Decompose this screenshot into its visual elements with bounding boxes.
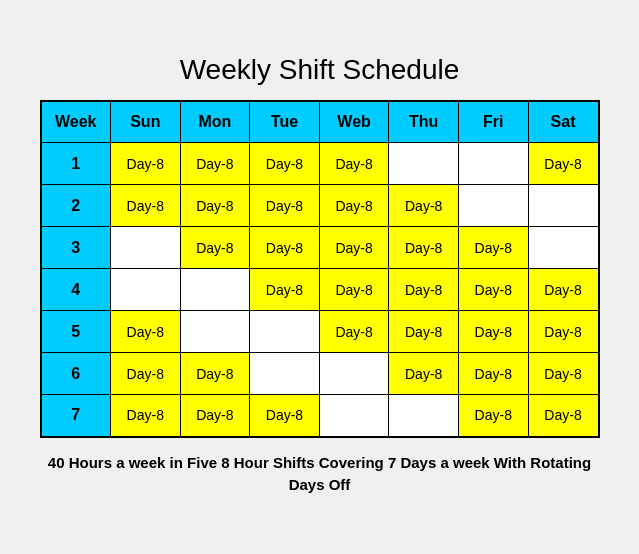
week-label-5: 5 xyxy=(41,311,111,353)
cell-row7-col6: Day-8 xyxy=(528,395,598,437)
cell-row5-col2 xyxy=(250,311,320,353)
week-label-7: 7 xyxy=(41,395,111,437)
cell-row5-col0: Day-8 xyxy=(111,311,181,353)
col-header-fri: Fri xyxy=(458,101,528,143)
cell-row4-col4: Day-8 xyxy=(389,269,459,311)
cell-row2-col1: Day-8 xyxy=(180,185,250,227)
cell-row2-col5 xyxy=(458,185,528,227)
cell-row5-col5: Day-8 xyxy=(458,311,528,353)
cell-row6-col0: Day-8 xyxy=(111,353,181,395)
cell-row4-col6: Day-8 xyxy=(528,269,598,311)
cell-row7-col5: Day-8 xyxy=(458,395,528,437)
cell-row4-col2: Day-8 xyxy=(250,269,320,311)
cell-row2-col0: Day-8 xyxy=(111,185,181,227)
week-label-2: 2 xyxy=(41,185,111,227)
week-label-6: 6 xyxy=(41,353,111,395)
cell-row7-col4 xyxy=(389,395,459,437)
cell-row3-col5: Day-8 xyxy=(458,227,528,269)
cell-row4-col0 xyxy=(111,269,181,311)
cell-row5-col6: Day-8 xyxy=(528,311,598,353)
cell-row6-col4: Day-8 xyxy=(389,353,459,395)
cell-row3-col6 xyxy=(528,227,598,269)
cell-row5-col1 xyxy=(180,311,250,353)
cell-row1-col6: Day-8 xyxy=(528,143,598,185)
cell-row3-col3: Day-8 xyxy=(319,227,389,269)
col-header-web: Web xyxy=(319,101,389,143)
page-title: Weekly Shift Schedule xyxy=(40,54,600,86)
col-header-sun: Sun xyxy=(111,101,181,143)
col-header-sat: Sat xyxy=(528,101,598,143)
cell-row1-col2: Day-8 xyxy=(250,143,320,185)
cell-row4-col1 xyxy=(180,269,250,311)
col-header-thu: Thu xyxy=(389,101,459,143)
cell-row2-col2: Day-8 xyxy=(250,185,320,227)
cell-row6-col5: Day-8 xyxy=(458,353,528,395)
cell-row7-col3 xyxy=(319,395,389,437)
col-header-tue: Tue xyxy=(250,101,320,143)
cell-row2-col4: Day-8 xyxy=(389,185,459,227)
footer-text: 40 Hours a week in Five 8 Hour Shifts Co… xyxy=(40,452,600,497)
cell-row1-col0: Day-8 xyxy=(111,143,181,185)
cell-row4-col3: Day-8 xyxy=(319,269,389,311)
cell-row6-col3 xyxy=(319,353,389,395)
cell-row7-col1: Day-8 xyxy=(180,395,250,437)
cell-row3-col2: Day-8 xyxy=(250,227,320,269)
cell-row7-col2: Day-8 xyxy=(250,395,320,437)
cell-row6-col6: Day-8 xyxy=(528,353,598,395)
cell-row3-col1: Day-8 xyxy=(180,227,250,269)
cell-row1-col4 xyxy=(389,143,459,185)
cell-row4-col5: Day-8 xyxy=(458,269,528,311)
cell-row3-col0 xyxy=(111,227,181,269)
week-label-4: 4 xyxy=(41,269,111,311)
cell-row1-col3: Day-8 xyxy=(319,143,389,185)
cell-row1-col5 xyxy=(458,143,528,185)
cell-row7-col0: Day-8 xyxy=(111,395,181,437)
cell-row6-col2 xyxy=(250,353,320,395)
cell-row2-col3: Day-8 xyxy=(319,185,389,227)
cell-row1-col1: Day-8 xyxy=(180,143,250,185)
col-header-week: Week xyxy=(41,101,111,143)
cell-row6-col1: Day-8 xyxy=(180,353,250,395)
cell-row5-col3: Day-8 xyxy=(319,311,389,353)
cell-row2-col6 xyxy=(528,185,598,227)
cell-row5-col4: Day-8 xyxy=(389,311,459,353)
schedule-table: Week Sun Mon Tue Web Thu Fri Sat 1Day-8D… xyxy=(40,100,600,438)
col-header-mon: Mon xyxy=(180,101,250,143)
cell-row3-col4: Day-8 xyxy=(389,227,459,269)
main-container: Weekly Shift Schedule Week Sun Mon Tue W… xyxy=(10,34,630,521)
week-label-1: 1 xyxy=(41,143,111,185)
week-label-3: 3 xyxy=(41,227,111,269)
